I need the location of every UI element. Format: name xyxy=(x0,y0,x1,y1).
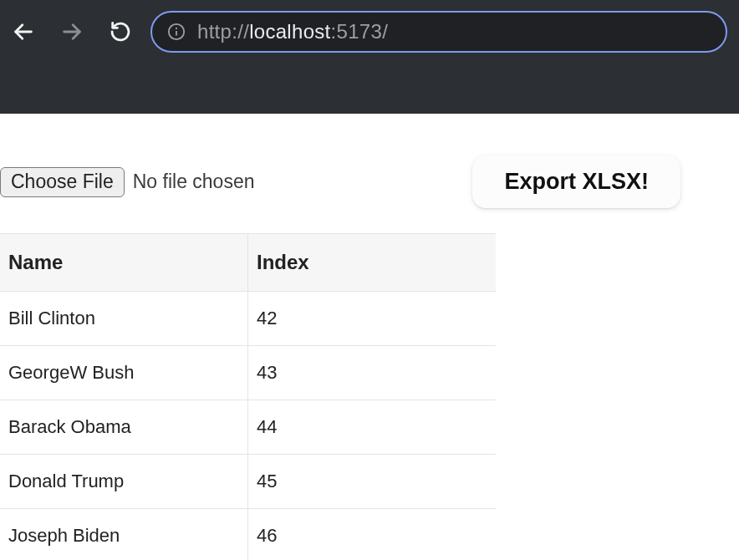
data-table: Name Index Bill Clinton 42 GeorgeW Bush … xyxy=(0,233,496,560)
cell-index: 45 xyxy=(248,455,497,509)
cell-index: 46 xyxy=(248,509,497,561)
url-path: / xyxy=(382,20,388,43)
url-port: :5173 xyxy=(331,20,383,43)
table-row: Bill Clinton 42 xyxy=(0,292,496,346)
no-file-text: No file chosen xyxy=(133,171,255,193)
page-content: Choose File No file chosen Export XLSX! … xyxy=(0,114,739,560)
file-picker: Choose File No file chosen xyxy=(0,167,254,197)
forward-icon xyxy=(60,20,84,43)
controls-row: Choose File No file chosen Export XLSX! xyxy=(0,155,739,233)
browser-top-bar: http://localhost:5173/ xyxy=(0,0,739,64)
back-icon[interactable] xyxy=(12,20,35,43)
cell-index: 43 xyxy=(248,346,497,400)
choose-file-button[interactable]: Choose File xyxy=(0,167,125,197)
url-host: localhost xyxy=(249,20,330,43)
table-row: GeorgeW Bush 43 xyxy=(0,346,496,400)
export-button[interactable]: Export XLSX! xyxy=(472,155,680,208)
reload-icon[interactable] xyxy=(109,20,132,43)
url-scheme: http:// xyxy=(197,20,249,43)
url-bar[interactable]: http://localhost:5173/ xyxy=(150,11,727,53)
cell-name: Barack Obama xyxy=(0,400,248,455)
cell-name: Joseph Biden xyxy=(0,509,248,561)
table-header-row: Name Index xyxy=(0,234,496,292)
url-text: http://localhost:5173/ xyxy=(197,20,388,43)
table-row: Barack Obama 44 xyxy=(0,400,496,455)
cell-index: 44 xyxy=(248,400,497,455)
cell-name: GeorgeW Bush xyxy=(0,346,248,400)
header-name: Name xyxy=(0,234,248,292)
svg-point-4 xyxy=(176,28,177,29)
table-row: Joseph Biden 46 xyxy=(0,509,496,561)
table-row: Donald Trump 45 xyxy=(0,455,496,509)
cell-name: Donald Trump xyxy=(0,455,248,509)
browser-spacer xyxy=(0,64,739,114)
table-wrap: Name Index Bill Clinton 42 GeorgeW Bush … xyxy=(0,233,496,560)
info-icon[interactable] xyxy=(167,23,186,41)
header-index: Index xyxy=(248,234,497,292)
cell-index: 42 xyxy=(248,292,497,346)
cell-name: Bill Clinton xyxy=(0,292,248,346)
nav-icons xyxy=(12,20,132,43)
